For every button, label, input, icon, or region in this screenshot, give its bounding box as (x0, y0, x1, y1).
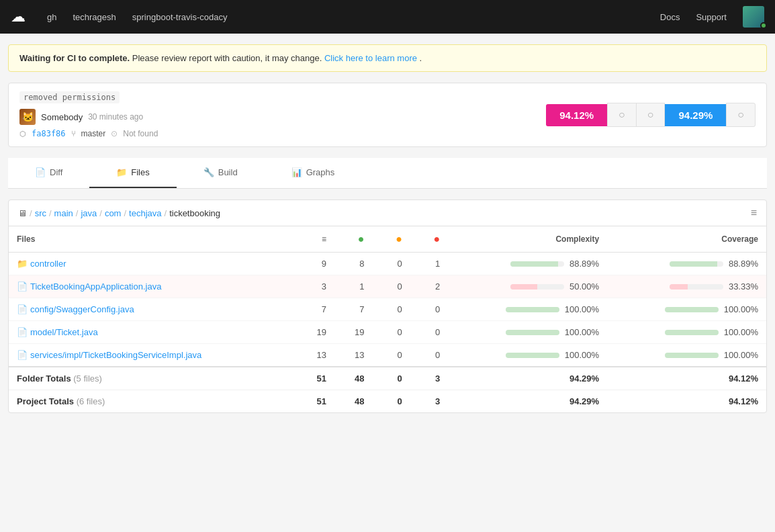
file-name[interactable]: 📄config/SwaggerConfig.java (9, 298, 297, 321)
project-totals-label: Project Totals (6 files) (9, 390, 297, 413)
col4-val: 0 (410, 298, 448, 321)
complexity-bar-fill (510, 284, 537, 290)
commit-status: Not found (123, 129, 158, 138)
breadcrumb-java[interactable]: java (81, 208, 97, 218)
tab-graphs-label: Graphs (306, 167, 335, 177)
col-menu: ≡ (297, 226, 334, 253)
complexity-val: 100.00% (448, 321, 607, 344)
coverage-bar-fill (665, 353, 719, 358)
coverage-label: 88.89% (729, 259, 758, 269)
col1-val: 9 (297, 253, 334, 275)
tab-build[interactable]: 🔧 Build (177, 158, 265, 188)
nav-techragesh[interactable]: techragesh (73, 12, 116, 22)
table-row: 📄config/SwaggerConfig.java 7 7 0 0 100.0… (9, 298, 766, 321)
file-name[interactable]: 📄TicketBookingAppApplication.java (9, 275, 297, 298)
complexity-bar-fill (506, 353, 559, 358)
main-content: Waiting for CI to complete. Please revie… (0, 34, 775, 424)
folder-totals-label: Folder Totals (5 files) (9, 367, 297, 390)
complexity-val: 100.00% (448, 344, 607, 367)
complexity-bar (506, 330, 559, 335)
ft-coverage: 94.12% (607, 367, 766, 390)
score-row: 94.12% ○ ○ 94.29% ○ (546, 103, 756, 127)
col1-val: 13 (297, 344, 334, 367)
complexity-label: 100.00% (565, 327, 599, 337)
nav-gh[interactable]: gh (47, 12, 56, 22)
table-row: 📄services/impl/TicketBookingServiceImpl.… (9, 344, 766, 367)
pt-coverage: 94.12% (607, 390, 766, 413)
removed-permissions-label: removed permissions (19, 91, 120, 103)
logo-icon: ☁ (11, 8, 26, 26)
branch-icon: ⑂ (71, 129, 76, 138)
complexity-val: 100.00% (448, 298, 607, 321)
ft-complexity: 94.29% (448, 367, 607, 390)
breadcrumb-src[interactable]: src (35, 208, 46, 218)
ft-col2: 48 (334, 367, 372, 390)
breadcrumb-techjava[interactable]: techjava (129, 208, 161, 218)
file-icon: 📄 (17, 304, 28, 314)
col2-val: 1 (334, 275, 372, 298)
col-files: Files (9, 226, 297, 253)
complexity-label: 100.00% (565, 350, 599, 360)
complexity-bar (510, 284, 564, 290)
breadcrumb-com[interactable]: com (105, 208, 122, 218)
coverage-bar-fill (670, 261, 717, 267)
complexity-bar-fill (506, 307, 559, 312)
coverage-val: 100.00% (607, 298, 766, 321)
complexity-bar (506, 353, 559, 358)
commit-meta: 🐱 Somebody 30 minutes ago (19, 109, 158, 125)
diff-icon: 📄 (35, 167, 46, 177)
coverage-bar (665, 307, 719, 312)
file-name[interactable]: 📁controller (9, 253, 297, 275)
coverage-label: 100.00% (724, 350, 758, 360)
commit-right: 94.12% ○ ○ 94.29% ○ (546, 103, 756, 127)
complexity-label: 100.00% (565, 304, 599, 314)
table-menu-icon[interactable]: ≡ (751, 207, 757, 219)
tab-graphs[interactable]: 📊 Graphs (265, 158, 362, 188)
complexity-label: 88.89% (569, 259, 599, 269)
tab-files[interactable]: 📁 Files (89, 158, 176, 188)
col4-val: 0 (410, 344, 448, 367)
coverage-val: 100.00% (607, 321, 766, 344)
col-complexity: Complexity (448, 226, 607, 253)
coverage-val: 100.00% (607, 344, 766, 367)
breadcrumb-main[interactable]: main (54, 208, 73, 218)
commit-row: removed permissions 🐱 Somebody 30 minute… (9, 83, 766, 146)
pt-col4: 3 (410, 390, 448, 413)
breadcrumb: 🖥 / src / main / java / com / techjava /… (9, 200, 766, 226)
green-dot-icon: ● (358, 233, 365, 245)
commit-hash[interactable]: fa83f86 (32, 129, 66, 138)
file-table-wrapper: 🖥 / src / main / java / com / techjava /… (8, 200, 767, 413)
col3-val: 0 (372, 321, 410, 344)
col-red-dot: ● (410, 226, 448, 253)
file-name[interactable]: 📄model/Ticket.java (9, 321, 297, 344)
red-dot-icon: ● (434, 233, 441, 245)
banner-link[interactable]: Click here to learn more (324, 53, 417, 63)
file-icon: 📄 (17, 281, 28, 292)
nav-docs[interactable]: Docs (660, 12, 680, 22)
commit-branch: master (81, 129, 106, 138)
file-name[interactable]: 📄services/impl/TicketBookingServiceImpl.… (9, 344, 297, 367)
breadcrumb-path: 🖥 / src / main / java / com / techjava /… (18, 208, 220, 218)
ci-banner: Waiting for CI to complete. Please revie… (8, 44, 767, 72)
commit-refs: ⬡ fa83f86 ⑂ master ⊙ Not found (19, 129, 158, 138)
nav-support[interactable]: Support (696, 12, 727, 22)
complexity-bar-fill (506, 330, 559, 335)
nav-repo[interactable]: springboot-travis-codacy (132, 12, 228, 22)
coverage-label: 33.33% (729, 281, 758, 292)
ft-col3: 0 (372, 367, 410, 390)
score-arrow-left: ○ (607, 103, 637, 127)
file-icon: 📄 (17, 327, 28, 337)
complexity-bar (510, 261, 564, 267)
yellow-dot-icon: ● (396, 233, 402, 245)
pt-complexity: 94.29% (448, 390, 607, 413)
commit-section: removed permissions 🐱 Somebody 30 minute… (8, 83, 767, 147)
graphs-icon: 📊 (291, 167, 302, 177)
navbar-right: Docs Support (660, 6, 764, 28)
complexity-label: 50.00% (569, 281, 599, 292)
col3-val: 0 (372, 253, 410, 275)
commit-left: removed permissions 🐱 Somebody 30 minute… (19, 91, 158, 138)
tab-diff[interactable]: 📄 Diff (8, 158, 89, 188)
coverage-label: 100.00% (724, 304, 758, 314)
col-green-dot: ● (334, 226, 372, 253)
tab-diff-label: Diff (50, 167, 62, 177)
